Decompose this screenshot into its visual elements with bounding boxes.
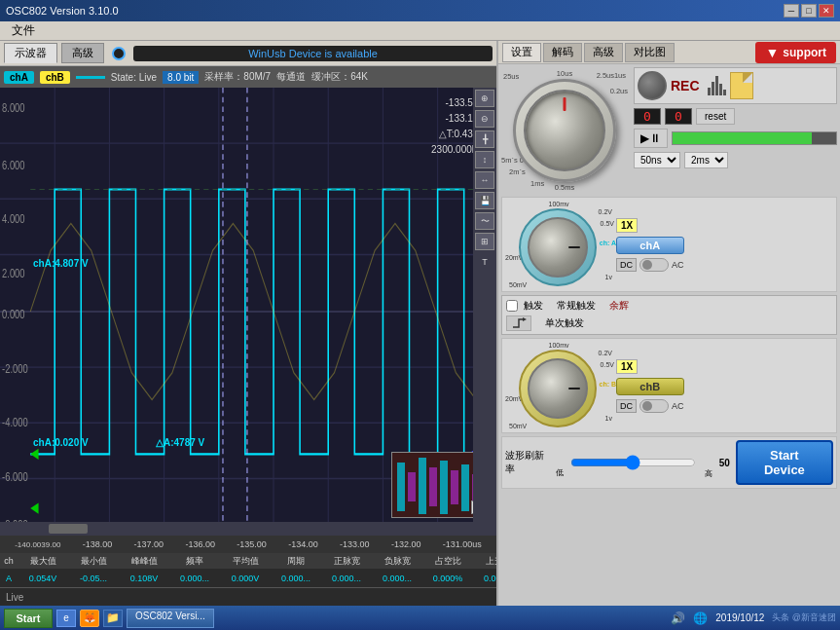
axis-val-5: -134.00 <box>288 539 318 549</box>
stat-a-avg: 0.000V <box>220 574 271 583</box>
tab-decode[interactable]: 解码 <box>543 43 582 62</box>
close-btn[interactable]: ✕ <box>819 4 834 18</box>
ch-a-multiplier[interactable]: 1X <box>616 218 638 233</box>
ch-a-knob-outer[interactable] <box>519 208 597 286</box>
svg-text:2.000: 2.000 <box>2 267 24 280</box>
v-scale-100mv-b: 100mv <box>548 342 568 349</box>
ch-b-knob-outer[interactable] <box>519 350 597 427</box>
svg-marker-40 <box>523 317 527 321</box>
tray-icon-2[interactable]: 🌐 <box>693 611 708 625</box>
waveform-area[interactable]: 8.000 6.000 4.000 2.000 0.000 -2.000 -4.… <box>0 88 496 536</box>
ch-a-dc-toggle[interactable]: DC <box>616 258 637 272</box>
minimize-btn[interactable]: ─ <box>784 4 799 18</box>
measure-icon[interactable]: ↕ <box>475 151 494 168</box>
time-knob[interactable] <box>513 79 616 182</box>
support-label: support <box>783 46 826 59</box>
maximize-btn[interactable]: □ <box>801 4 817 18</box>
scale-1us: 1us <box>614 71 626 80</box>
ch-b-multiplier[interactable]: 1X <box>616 359 638 374</box>
v-scale-05v-b: 0.5V <box>601 361 614 368</box>
waveform-rate-label: 波形刷新率 <box>505 449 547 476</box>
sample-rate: 采样率：80M/7 <box>204 70 271 84</box>
title-bar: OSC802 Version 3.10.0 ─ □ ✕ <box>0 0 840 21</box>
ch-b-tag[interactable]: chB <box>40 71 70 84</box>
zoom-out-icon[interactable]: ⊖ <box>475 110 494 128</box>
ch-a-knob-ring <box>519 208 597 280</box>
grid-icon[interactable]: ⊞ <box>475 233 494 250</box>
v-scale-2v-a: 1v <box>605 274 612 280</box>
num-display-1: 0 <box>634 108 661 125</box>
play-controls: ▶⏸ <box>634 129 837 148</box>
ch-b-coupling-row: DC AC <box>616 399 684 413</box>
v-scale-05v-a: 0.5V <box>601 220 614 227</box>
ch-b-ac-label: AC <box>672 401 684 411</box>
folder-icon[interactable] <box>730 72 753 99</box>
ch-a-tag[interactable]: chA <box>4 71 34 84</box>
tab-advanced[interactable]: 高级 <box>584 43 623 62</box>
ch-a-toggle[interactable]: chA <box>616 237 684 254</box>
stat-a-period: 0.000... <box>271 574 321 583</box>
support-button[interactable]: ▼ support <box>755 42 836 63</box>
ch-b-knob-inner <box>528 358 588 419</box>
h-scrollbar[interactable] <box>0 522 473 536</box>
v-scale-02v-a: 0.2V <box>599 208 612 215</box>
ch-b-toggle[interactable]: chB <box>616 378 684 395</box>
cursor-icon[interactable]: ╋ <box>475 130 494 148</box>
start-device-button[interactable]: Start Device <box>736 440 833 485</box>
svg-text:-4.000: -4.000 <box>2 416 28 429</box>
progress-bar-fill <box>673 132 812 144</box>
taskbar-ie-icon[interactable]: e <box>56 610 76 627</box>
trigger-edge-btn[interactable] <box>506 315 531 331</box>
eq-icon[interactable] <box>708 76 726 95</box>
scale-25us-l: 25us <box>503 72 519 81</box>
time-dropdown-1[interactable]: 50ns <box>634 152 680 168</box>
scale-10us: 10us <box>557 69 572 78</box>
scroll-h-icon[interactable]: ↔ <box>475 171 494 189</box>
svg-text:0.000: 0.000 <box>2 308 24 321</box>
ch-toolbar: chA chB State: Live 8.0 bit 采样率：80M/7 每通… <box>0 66 496 88</box>
zoom-in-icon[interactable]: ⊕ <box>475 90 494 107</box>
menu-file[interactable]: 文件 <box>4 20 43 41</box>
ch-b-dc-toggle[interactable]: DC <box>616 399 637 413</box>
tab-oscilloscope[interactable]: 示波器 <box>4 43 57 63</box>
folder-icon-tb: 📁 <box>106 611 120 624</box>
stat-min-header: 最小值 <box>68 555 119 568</box>
waveform-icon[interactable]: 〜 <box>475 212 494 230</box>
start-button-label: Start <box>16 612 40 624</box>
right-tabs: 设置 解码 高级 对比图 ▼ support <box>498 41 840 64</box>
firefox-icon-label: 🦊 <box>84 612 95 623</box>
eq-bar-3 <box>715 76 718 95</box>
trigger-checkbox[interactable] <box>506 300 518 312</box>
tab-advanced[interactable]: 高级 <box>61 43 104 63</box>
rate-slider[interactable] <box>570 456 696 469</box>
start-button[interactable]: Start <box>4 609 53 628</box>
ch-b-dc-ac-switch[interactable] <box>639 399 669 413</box>
ch-b-knob-ring <box>519 350 597 427</box>
eq-bar-5 <box>723 90 726 95</box>
ch-a-dc-ac-switch[interactable] <box>639 258 669 272</box>
svg-text:6.000: 6.000 <box>2 158 24 171</box>
v-scale-100mv-a: 100mv <box>548 201 568 207</box>
taskbar-osc-btn[interactable]: OSC802 Versi... <box>127 609 214 628</box>
t-label: T <box>482 257 488 267</box>
svg-rect-38 <box>461 464 469 511</box>
tab-compare[interactable]: 对比图 <box>625 43 675 62</box>
axis-val-2: -137.00 <box>134 539 164 549</box>
per-channel: 每通道 <box>276 70 306 84</box>
bit-info: 8.0 bit <box>163 71 199 84</box>
save-icon[interactable]: 💾 <box>475 192 494 209</box>
reset-button[interactable]: reset <box>696 108 735 125</box>
tab-settings[interactable]: 设置 <box>502 43 541 62</box>
rec-button[interactable] <box>638 71 667 100</box>
taskbar-firefox-icon[interactable]: 🦊 <box>80 610 99 627</box>
ch-b-volt-badge: ch: B <box>600 381 617 388</box>
right-controls-column: REC 0 <box>634 67 837 168</box>
h-scroll-thumb[interactable] <box>49 524 88 534</box>
tray-icon-1[interactable]: 🔊 <box>671 611 685 625</box>
play-button[interactable]: ▶⏸ <box>634 129 668 148</box>
taskbar-folder-icon[interactable]: 📁 <box>103 610 123 627</box>
ch-b-voltage-knob-area: 100mv 0.2V 0.5V ch: B 1v 50mV 20mV <box>505 342 612 429</box>
time-dropdown-2[interactable]: 2ms <box>684 152 728 168</box>
ch-b-top-row: 1X <box>616 359 684 374</box>
num-display-2: 0 <box>665 108 692 125</box>
